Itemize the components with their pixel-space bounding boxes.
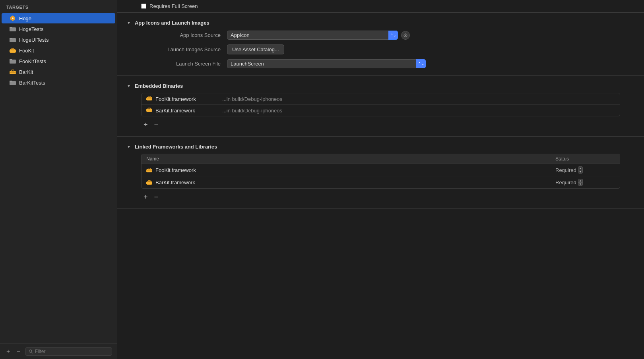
briefcase-icon-barkit [10,69,16,75]
svg-point-2 [12,17,14,19]
embedded-binaries-add-button[interactable]: + [141,120,150,129]
sidebar-item-label-barkit: BarKit [19,69,33,75]
requires-full-screen-checkbox[interactable] [141,4,146,9]
launch-images-source-row: Launch Images Source Use Asset Catalog..… [117,42,644,57]
sidebar-items: Hoge HogeTests HogeUITests [0,13,117,344]
svg-rect-26 [148,97,151,98]
svg-rect-30 [148,108,151,110]
launch-screen-select-wrap: LaunchScreen ⌃⌄ [227,59,426,68]
target-icon [10,15,16,21]
linked-frameworks-table: Name Status FooKit.framework Required [141,154,620,189]
svg-rect-38 [148,180,151,182]
launch-screen-file-select[interactable]: LaunchScreen [227,59,426,68]
app-icons-chevron-icon: ▼ [127,21,131,25]
stepper-up-icon[interactable]: ▲ [578,167,582,170]
svg-rect-18 [10,81,12,82]
linked-frameworks-remove-button[interactable]: − [152,193,161,201]
briefcase-icon-barkit-linked [146,180,152,185]
sidebar-item-label-fookit: FooKit [19,48,34,54]
remove-target-button[interactable]: − [15,347,21,356]
launch-screen-file-control: LaunchScreen ⌃⌄ [227,59,426,68]
app-icons-nav-button[interactable] [401,31,410,40]
sidebar-item-label-hogetests: HogeTests [19,26,43,32]
table-row[interactable]: BarKit.framework Required ▲ ▼ [142,176,620,188]
app-icons-select-wrap: AppIcon ⌃⌄ [227,31,398,40]
add-target-button[interactable]: + [5,347,12,356]
svg-line-20 [31,352,33,353]
stepper-down-icon[interactable]: ▼ [578,183,582,186]
folder-icon-hogetests [10,26,16,32]
embedded-binaries-section: ▼ Embedded Binaries FooKit.framework ...… [117,76,644,137]
embedded-binaries-remove-button[interactable]: − [152,120,161,129]
linked-frameworks-section: ▼ Linked Frameworks and Libraries Name S… [117,137,644,209]
stepper-up-icon[interactable]: ▲ [578,179,582,183]
embedded-binaries-table: FooKit.framework ...in build/Debug-iphon… [141,93,620,116]
barkit-framework-name: BarKit.framework [155,108,219,114]
table-row[interactable]: BarKit.framework ...in build/Debug-iphon… [142,105,620,116]
sidebar-item-barkittests[interactable]: BarKitTests [2,77,115,88]
app-icons-section-header[interactable]: ▼ App Icons and Launch Images [117,17,644,28]
fookit-status-stepper[interactable]: ▲ ▼ [578,166,583,174]
barkit-linked-name: BarKit.framework [146,180,552,185]
folder-icon-barkittests [10,79,16,86]
table-row[interactable]: FooKit.framework Required ▲ ▼ [142,164,620,176]
svg-rect-6 [10,38,12,39]
briefcase-icon-fookit-linked [146,168,152,173]
linked-frameworks-table-header: Name Status [142,154,620,164]
filter-input[interactable] [35,349,109,354]
linked-frameworks-chevron-icon: ▼ [127,145,131,149]
launch-images-source-label: Launch Images Source [141,46,221,52]
fookit-linked-name: FooKit.framework [146,167,552,173]
col-header-status: Status [555,156,615,162]
briefcase-icon-barkit-embedded [146,107,152,114]
requires-full-screen-label: Requires Full Screen [149,3,198,9]
sidebar-item-hogeuitests[interactable]: HogeUITests [2,35,115,45]
svg-rect-12 [10,59,12,60]
sidebar-item-hoge[interactable]: Hoge [2,13,115,23]
app-icons-source-control: AppIcon ⌃⌄ [227,31,426,40]
svg-rect-4 [10,27,12,28]
linked-frameworks-section-title: Linked Frameworks and Libraries [135,144,217,150]
barkit-status-stepper[interactable]: ▲ ▼ [578,179,583,186]
sidebar-item-label-barkittests: BarKitTests [19,80,45,86]
sidebar-item-label-fooki-ttests: FooKitTests [19,58,46,64]
launch-images-source-control: Use Asset Catalog... [227,44,426,54]
fookit-framework-path: ...in build/Debug-iphoneos [222,96,282,102]
app-icons-source-label: App Icons Source [141,32,221,38]
linked-frameworks-add-button[interactable]: + [141,193,150,201]
filter-input-wrap [25,347,112,356]
barkit-linked-status: Required ▲ ▼ [555,179,615,186]
sidebar-item-barkit[interactable]: BarKit [2,67,115,77]
sidebar-item-label-hoge: Hoge [19,15,31,21]
embedded-binaries-section-header[interactable]: ▼ Embedded Binaries [117,81,644,91]
embedded-binaries-add-remove-row: + − [117,118,644,131]
folder-icon-hogeuitests [10,37,16,43]
sidebar: TARGETS Hoge HogeTests [0,0,117,359]
app-icons-source-row: App Icons Source AppIcon ⌃⌄ [117,28,644,42]
stepper-down-icon[interactable]: ▼ [578,170,582,174]
filter-search-icon [29,349,33,354]
app-icons-section: ▼ App Icons and Launch Images App Icons … [117,13,644,76]
briefcase-icon-fookit-embedded [146,96,152,102]
linked-frameworks-add-remove-row: + − [117,190,644,204]
col-header-name: Name [146,156,555,162]
folder-icon-fooki-ttests [10,58,16,64]
sidebar-item-label-hogeuitests: HogeUITests [19,37,48,43]
app-icons-section-title: App Icons and Launch Images [135,20,209,26]
app-icons-source-select[interactable]: AppIcon [227,31,398,40]
fookit-linked-status: Required ▲ ▼ [555,166,615,174]
sidebar-item-fooki-ttests[interactable]: FooKitTests [2,56,115,66]
use-asset-catalog-button[interactable]: Use Asset Catalog... [227,44,284,54]
briefcase-icon-fookit [10,47,16,54]
barkit-framework-path: ...in build/Debug-iphoneos [222,108,282,114]
sidebar-item-fookit[interactable]: FooKit [2,45,115,56]
sidebar-footer: + − [0,344,117,359]
linked-frameworks-section-header[interactable]: ▼ Linked Frameworks and Libraries [117,141,644,152]
svg-point-19 [29,350,31,352]
sidebar-header: TARGETS [0,0,117,13]
launch-screen-file-row: Launch Screen File LaunchScreen ⌃⌄ [117,57,644,71]
svg-rect-34 [148,168,151,170]
embedded-binaries-section-title: Embedded Binaries [135,83,183,89]
sidebar-item-hogetests[interactable]: HogeTests [2,24,115,34]
table-row[interactable]: FooKit.framework ...in build/Debug-iphon… [142,93,620,105]
